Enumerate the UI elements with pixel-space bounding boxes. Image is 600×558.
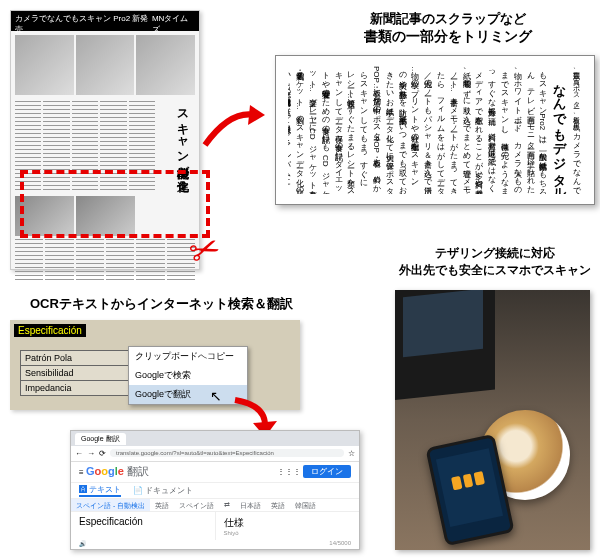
lang-source[interactable]: スペイン語 - 自動検出 — [71, 499, 150, 511]
caption-tethering: テザリング接続に対応 外出先でも安全にスマホでスキャン — [395, 245, 595, 279]
char-count: 14/5000 — [329, 540, 351, 547]
back-icon[interactable]: ← — [75, 449, 83, 458]
menu-item-search[interactable]: Googleで検索 — [129, 366, 247, 385]
lang-option[interactable]: スペイン語 — [174, 499, 219, 511]
photo-placeholder — [136, 35, 195, 95]
login-button[interactable]: ログイン — [303, 465, 351, 478]
caption-line: テザリング接続に対応 — [395, 245, 595, 262]
translation-panes: Especificación 仕様 Shiyō — [71, 512, 359, 540]
table-row: Sensibilidad — [20, 365, 140, 381]
browser-window: Google 翻訳 ← → ⟳ translate.google.com/?sl… — [70, 430, 360, 550]
browser-toolbar: ← → ⟳ translate.google.com/?sl=auto&tl=a… — [71, 446, 359, 461]
newspaper-body: スキャン機能が進化 — [11, 31, 199, 99]
translate-header: ≡ Google 翻訳 ⋮⋮⋮ ログイン — [71, 462, 359, 483]
target-text: 仕様 — [224, 516, 352, 530]
phone-app-icons — [451, 471, 486, 491]
laptop-screen — [403, 290, 483, 357]
header-right: ⋮⋮⋮ ログイン — [277, 466, 351, 477]
photo-placeholder — [76, 35, 135, 95]
arrow-icon — [200, 100, 270, 150]
browser-tabstrip: Google 翻訳 — [71, 431, 359, 446]
target-pane: 仕様 Shiyō — [216, 512, 360, 540]
menu-icon[interactable]: ≡ — [79, 468, 84, 477]
star-icon[interactable]: ☆ — [348, 449, 355, 458]
banner-right: MNタイムズ — [152, 13, 195, 29]
forward-icon[interactable]: → — [87, 449, 95, 458]
google-logo: Google 翻訳 — [86, 465, 149, 477]
newspaper-bottom-columns — [15, 239, 195, 283]
cafe-photo — [395, 290, 590, 550]
spec-table: Patrón Pola Sensibilidad Impedancia — [20, 350, 140, 395]
caption-ocr: OCRテキストからインターネット検索＆翻訳 — [30, 295, 293, 313]
header-left: ≡ Google 翻訳 — [79, 464, 149, 479]
mode-tabs: 🅰 テキスト 📄 ドキュメント — [71, 483, 359, 498]
phone-screen — [436, 448, 503, 527]
highlighted-word: Especificación — [14, 324, 86, 337]
article-subtitle: 書類、写真、ポスター、看板、黒板… — [573, 66, 580, 125]
article-title: なんでもデジタル保存 — [548, 74, 569, 194]
cropped-article: 書類、写真、ポスター、看板、黒板… なんでもデジタル保存 「カメラでなんでもスキ… — [275, 55, 595, 205]
mode-text-tab[interactable]: 🅰 テキスト — [79, 484, 121, 497]
address-bar[interactable]: translate.google.com/?sl=auto&tl=auto&te… — [110, 449, 344, 457]
table-row: Patrón Pola — [20, 350, 140, 366]
article-text: 「カメラでなんでもスキャン Pro2」は、一般的な紙書類はもちろん、テレビ画面、… — [288, 66, 581, 194]
apps-icon[interactable]: ⋮⋮⋮ — [277, 467, 301, 476]
source-pane[interactable]: Especificación — [71, 512, 216, 540]
laptop — [395, 290, 495, 400]
mode-doc-tab[interactable]: 📄 ドキュメント — [133, 485, 193, 496]
reload-icon[interactable]: ⟳ — [99, 449, 106, 458]
translate-footer: 🔊 14/5000 — [71, 540, 359, 549]
table-row: Impedancia — [20, 380, 140, 396]
newspaper-top-photos — [15, 35, 195, 95]
caption-trimming: 新聞記事のスクラップなど 書類の一部分をトリミング — [300, 10, 595, 46]
language-bar: スペイン語 - 自動検出 英語 スペイン語 ⇄ 日本語 英語 韓国語 — [71, 498, 359, 512]
article-body: 書類、写真、ポスター、看板、黒板… なんでもデジタル保存 「カメラでなんでもスキ… — [288, 66, 582, 194]
lang-option[interactable]: 日本語 — [235, 499, 266, 511]
menu-item-copy[interactable]: クリップボードへコピー — [129, 347, 247, 366]
caption-line: 書類の一部分をトリミング — [300, 28, 595, 46]
sound-icon[interactable]: 🔊 — [79, 540, 86, 547]
banner-left: カメラでなんでもスキャン Pro2 新発売 — [15, 13, 152, 29]
lang-option[interactable]: 英語 — [266, 499, 290, 511]
target-reading: Shiyō — [224, 530, 352, 536]
crop-selection-box — [20, 170, 210, 238]
newspaper-banner: カメラでなんでもスキャン Pro2 新発売 MNタイムズ — [11, 11, 199, 31]
caption-line: 新聞記事のスクラップなど — [300, 10, 595, 28]
swap-icon[interactable]: ⇄ — [219, 499, 235, 511]
cursor-icon: ↖ — [210, 388, 222, 404]
lang-option[interactable]: 韓国語 — [290, 499, 321, 511]
browser-tab[interactable]: Google 翻訳 — [75, 433, 126, 445]
photo-placeholder — [15, 35, 74, 95]
caption-line: 外出先でも安全にスマホでスキャン — [395, 262, 595, 279]
source-text: Especificación — [79, 516, 207, 527]
lang-option[interactable]: 英語 — [150, 499, 174, 511]
